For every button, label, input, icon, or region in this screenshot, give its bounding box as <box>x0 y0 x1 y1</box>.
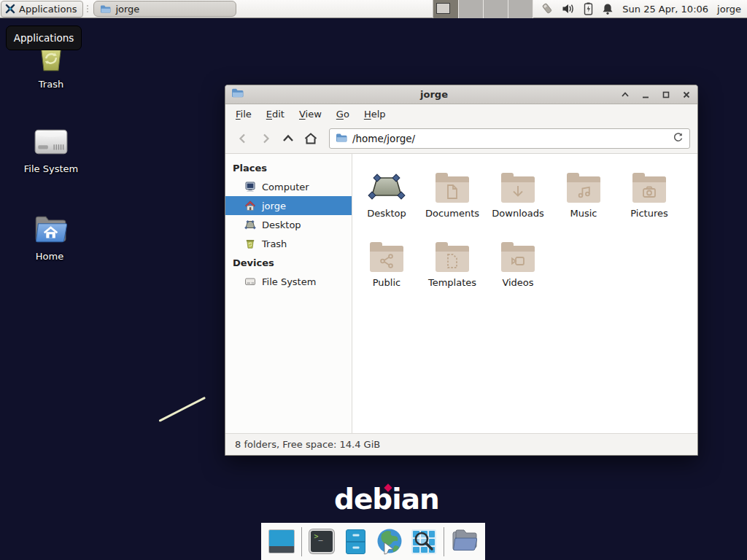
sidebar-header-places: Places <box>225 158 352 177</box>
sidebar-item-label: Trash <box>262 238 287 249</box>
dock-separator <box>444 527 444 556</box>
file-manager-window: jorge File Edit View Go Help <box>225 85 698 456</box>
file-label: Desktop <box>367 208 406 219</box>
file-label: Pictures <box>630 208 667 219</box>
sidebar-item-desktop[interactable]: Desktop <box>225 215 352 234</box>
back-button[interactable] <box>233 129 252 149</box>
removable-device-icon[interactable] <box>541 2 554 15</box>
minimize-button[interactable] <box>640 90 651 100</box>
file-cabinet-icon[interactable] <box>342 528 369 556</box>
menu-file[interactable]: File <box>228 105 259 123</box>
web-browser-icon[interactable] <box>376 528 403 556</box>
home-icon <box>244 200 256 211</box>
folder-icon <box>100 4 111 14</box>
file-item-desktop[interactable]: Desktop <box>354 163 419 232</box>
file-item-videos[interactable]: Videos <box>485 232 551 301</box>
battery-icon[interactable] <box>583 2 594 15</box>
panel-clock[interactable]: Sun 25 Apr, 10:06 <box>622 4 708 15</box>
folder-pictures-icon <box>632 176 666 203</box>
up-button[interactable] <box>278 129 298 149</box>
window-titlebar[interactable]: jorge <box>225 85 697 104</box>
sidebar-item-trash[interactable]: Trash <box>225 234 352 253</box>
volume-icon[interactable] <box>562 3 575 15</box>
file-view[interactable]: Desktop Documents Downloads <box>352 154 697 433</box>
workspace-switcher <box>433 0 533 18</box>
file-item-public[interactable]: Public <box>354 232 419 301</box>
menu-view[interactable]: View <box>292 105 329 123</box>
show-desktop-icon[interactable] <box>268 528 295 556</box>
folder-public-icon <box>370 246 403 272</box>
desktop-icon-home[interactable]: Home <box>15 210 85 262</box>
folder-music-icon <box>567 176 600 203</box>
shade-button[interactable] <box>620 90 630 100</box>
applications-menu-label: Applications <box>19 4 77 15</box>
menu-go[interactable]: Go <box>329 105 357 123</box>
workspace-3[interactable] <box>484 0 508 18</box>
taskbar-window-label: jorge <box>115 4 139 15</box>
window-title: jorge <box>248 89 620 100</box>
path-input[interactable]: /home/jorge/ <box>352 133 667 144</box>
workspace-window-thumbnail <box>436 3 450 14</box>
dock: >_ <box>261 523 485 560</box>
path-bar[interactable]: /home/jorge/ <box>329 128 690 149</box>
file-item-downloads[interactable]: Downloads <box>485 163 551 232</box>
application-finder-icon[interactable] <box>410 528 437 556</box>
sidebar: Places Computer jorge <box>225 154 352 433</box>
file-label: Public <box>373 277 400 288</box>
reload-icon[interactable] <box>673 132 684 146</box>
workspace-2[interactable] <box>459 0 484 18</box>
status-text: 8 folders, Free space: 14.4 GiB <box>235 439 380 450</box>
desktop-icon-filesystem[interactable]: File System <box>16 122 86 174</box>
desktop-icon-label: File System <box>16 163 86 174</box>
hard-drive-icon <box>16 122 86 159</box>
folder-downloads-icon <box>501 176 535 203</box>
workspace-1[interactable] <box>433 0 458 18</box>
maximize-button[interactable] <box>661 90 671 100</box>
drive-icon <box>244 276 256 287</box>
file-item-music[interactable]: Music <box>551 163 616 232</box>
file-manager-icon[interactable] <box>451 528 479 556</box>
folder-templates-icon <box>436 246 469 272</box>
mouse-cursor-streak <box>158 397 205 421</box>
toolbar: /home/jorge/ <box>225 124 697 154</box>
file-label: Templates <box>428 277 476 288</box>
trash-icon <box>244 238 256 249</box>
sidebar-item-jorge[interactable]: jorge <box>225 196 352 215</box>
computer-icon <box>244 181 256 192</box>
desktop-icon <box>244 219 256 230</box>
sidebar-item-file-system[interactable]: File System <box>225 272 352 291</box>
panel-grip[interactable] <box>85 2 90 15</box>
system-tray <box>541 2 614 15</box>
forward-button[interactable] <box>255 129 275 149</box>
close-button[interactable] <box>681 90 692 100</box>
notifications-icon[interactable] <box>602 3 614 15</box>
file-label: Videos <box>502 277 533 288</box>
home-folder-icon <box>15 210 85 246</box>
sidebar-item-computer[interactable]: Computer <box>225 177 352 196</box>
top-panel: Applications jorge <box>0 0 747 18</box>
desktop-trapezoid-icon <box>368 163 406 203</box>
applications-tooltip: Applications <box>6 26 82 50</box>
file-item-pictures[interactable]: Pictures <box>616 163 682 232</box>
tooltip-text: Applications <box>14 32 74 44</box>
terminal-icon[interactable]: >_ <box>309 528 336 556</box>
menubar: File Edit View Go Help <box>225 104 697 124</box>
panel-username[interactable]: jorge <box>717 4 741 15</box>
home-button[interactable] <box>301 129 320 149</box>
workspace-4[interactable] <box>508 0 533 18</box>
folder-documents-icon <box>436 176 469 203</box>
taskbar-window-button[interactable]: jorge <box>93 1 236 17</box>
file-item-templates[interactable]: Templates <box>419 232 485 301</box>
file-label: Documents <box>425 208 479 219</box>
applications-menu-button[interactable]: Applications <box>1 1 83 18</box>
xfce-applications-icon <box>4 3 16 15</box>
debian-logo: debian <box>334 483 439 516</box>
statusbar: 8 folders, Free space: 14.4 GiB <box>225 433 697 455</box>
file-item-documents[interactable]: Documents <box>419 163 485 232</box>
menu-edit[interactable]: Edit <box>259 105 292 123</box>
sidebar-item-label: Computer <box>262 182 309 192</box>
pathbar-folder-icon <box>336 132 347 146</box>
sidebar-item-label: jorge <box>262 201 286 211</box>
sidebar-item-label: File System <box>262 276 316 287</box>
menu-help[interactable]: Help <box>357 105 393 123</box>
